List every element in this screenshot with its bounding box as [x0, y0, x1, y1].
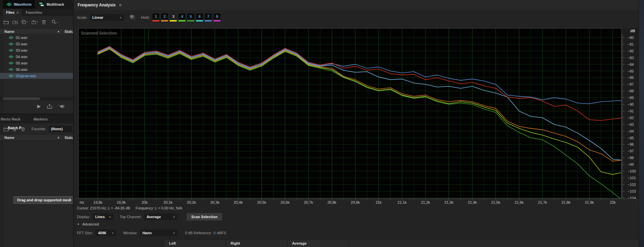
column-name: Name	[4, 136, 14, 140]
hold-button-1[interactable]: 1	[152, 13, 159, 21]
file-row[interactable]: 01.wav	[0, 35, 73, 41]
scan-selection-button[interactable]: Scan Selection	[187, 213, 222, 220]
svg-text:−83: −83	[628, 56, 634, 60]
delete-button[interactable]	[42, 20, 46, 24]
file-name: 05.wav	[16, 61, 28, 65]
hold-label: Hold:	[141, 15, 150, 19]
file-row[interactable]: 05.wav	[0, 60, 73, 66]
status-line: Cursor: 21070 Hz, L = -84,95 dB Frequenc…	[77, 205, 182, 211]
file-row[interactable]: 06.wav	[0, 66, 73, 73]
hold-button-2[interactable]: 2	[161, 13, 168, 21]
trash-icon	[12, 127, 17, 131]
file-name: 03.wav	[16, 48, 28, 52]
open-folder-icon	[3, 127, 9, 131]
lower-column-header[interactable]: Name ▲ Status	[0, 134, 73, 141]
files-toolbar	[3, 16, 62, 28]
file-row-selected[interactable]: Original.wav	[0, 73, 73, 79]
import-folder-icon	[12, 20, 18, 24]
column-average[interactable]: Average	[287, 240, 349, 247]
file-name: 02.wav	[16, 42, 28, 46]
search-button[interactable]	[51, 19, 58, 24]
play-button[interactable]	[37, 104, 41, 109]
hold-button-5[interactable]: 5	[187, 13, 194, 21]
hold-color-swatch	[161, 20, 168, 21]
cursor-readout: Cursor: 21070 Hz, L = -84,95 dB	[77, 206, 130, 210]
svg-text:21,1k: 21,1k	[398, 200, 407, 204]
new-content-button[interactable]	[22, 20, 28, 24]
scale-dropdown[interactable]: Linear▼	[90, 14, 124, 21]
view-tab-bar: Waveform Multitrack	[0, 0, 73, 9]
spectrum-plot[interactable]: dB−80−81−82−83−84−85−86−87−88−89−90−91−9…	[74, 28, 639, 207]
copy-graph-button[interactable]	[130, 15, 136, 20]
tab-files-label: Files	[6, 10, 14, 14]
triangle-down-icon: ▼	[77, 223, 80, 226]
advanced-toggle[interactable]: ▼ Advanced	[77, 221, 99, 227]
svg-text:−103: −103	[628, 189, 636, 193]
svg-text:20,4k: 20,4k	[234, 200, 243, 204]
tab-effects-rack[interactable]: ffects Rack	[0, 115, 24, 124]
column-left[interactable]: Left	[164, 240, 226, 247]
fft-size-dropdown[interactable]: 4096▼	[95, 230, 116, 236]
hold-button-4[interactable]: 4	[178, 13, 186, 21]
column-divider[interactable]	[63, 135, 63, 140]
svg-text:−84: −84	[628, 62, 634, 66]
column-divider[interactable]	[63, 29, 63, 34]
hold-color-swatch	[187, 20, 194, 21]
svg-text:21k: 21k	[376, 200, 382, 204]
svg-text:21,6k: 21,6k	[515, 200, 524, 204]
clear-all-button[interactable]	[20, 127, 26, 131]
hold-button-6[interactable]: 6	[196, 13, 203, 21]
favorite-label: Favorite:	[32, 127, 46, 131]
favorite-dropdown[interactable]: (None)	[49, 126, 72, 132]
files-panel-menu-icon[interactable]: ≡	[16, 10, 18, 14]
hold-button-3[interactable]: 3	[170, 13, 177, 21]
files-transport	[37, 101, 64, 113]
hold-button-8[interactable]: 8	[213, 13, 220, 21]
auto-play-button[interactable]	[58, 104, 64, 109]
window-dropdown[interactable]: Hann▼	[140, 230, 178, 236]
svg-text:−87: −87	[628, 82, 634, 86]
audio-file-icon	[9, 74, 13, 78]
svg-text:−101: −101	[628, 176, 636, 180]
advanced-label: Advanced	[82, 222, 99, 226]
lower-delete-button[interactable]	[12, 127, 17, 131]
frequency-chart[interactable]: dB−80−81−82−83−84−85−86−87−88−89−90−91−9…	[74, 28, 639, 206]
svg-text:21,2k: 21,2k	[421, 200, 430, 204]
svg-text:−102: −102	[628, 183, 636, 187]
lower-open-button[interactable]	[3, 127, 9, 131]
tab-waveform[interactable]: Waveform	[3, 0, 35, 9]
top-channel-dropdown[interactable]: Average▼	[144, 213, 178, 220]
panel-menu-icon[interactable]: ≡	[119, 3, 121, 7]
files-hscrollbar-thumb[interactable]	[3, 97, 40, 100]
column-right[interactable]: Right	[226, 240, 287, 247]
display-dropdown[interactable]: Lines▼	[93, 213, 114, 220]
reference-label: 0 dB Reference:	[185, 231, 212, 235]
hold-button-7[interactable]: 7	[205, 13, 212, 21]
files-hscrollbar[interactable]	[0, 97, 73, 101]
tab-favorites[interactable]: Favorites	[23, 9, 45, 16]
svg-text:dB: dB	[630, 29, 635, 33]
fft-row: FFT Size: 4096▼ Window: Hann▼ 0 dB Refer…	[77, 229, 226, 237]
files-column-header[interactable]: Name ▲ Status	[0, 28, 73, 35]
open-file-button[interactable]	[3, 20, 9, 24]
file-row[interactable]: 03.wav	[0, 47, 73, 54]
file-row[interactable]: 04.wav	[0, 54, 73, 60]
loop-playback-button[interactable]	[47, 104, 52, 109]
audio-file-icon	[9, 42, 13, 46]
frequency-panel-header[interactable]: Frequency Analysis ≡	[74, 0, 639, 10]
import-file-button[interactable]	[12, 20, 18, 24]
tab-waveform-label: Waveform	[14, 2, 32, 6]
tab-multitrack[interactable]: Multitrack	[36, 0, 68, 9]
svg-text:21,7k: 21,7k	[538, 200, 547, 204]
svg-text:19,8k: 19,8k	[93, 200, 103, 204]
top-channel-label: Top Channel:	[120, 215, 142, 219]
insert-into-multitrack-button[interactable]	[32, 20, 38, 24]
panel-title: Frequency Analysis	[78, 3, 116, 7]
reference-value[interactable]: 0	[213, 231, 215, 235]
file-name: Original.wav	[16, 74, 36, 78]
tab-markers[interactable]: Markers	[31, 115, 51, 124]
chevron-down-icon: ▼	[170, 215, 175, 218]
file-row[interactable]: 02.wav	[0, 41, 73, 47]
top-channel-value: Average	[147, 215, 161, 219]
tab-files[interactable]: Files ≡	[3, 9, 22, 16]
